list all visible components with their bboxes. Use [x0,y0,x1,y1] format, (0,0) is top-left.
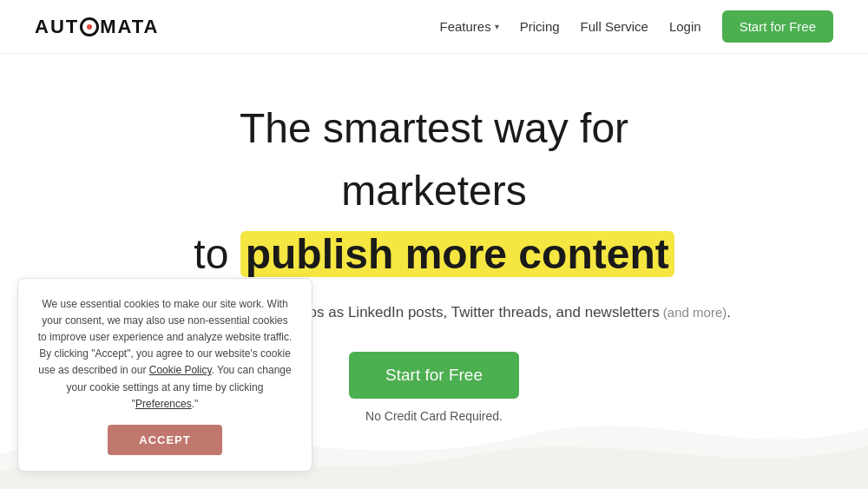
nav-start-free-button[interactable]: Start for Free [722,10,833,43]
cookie-text: We use essential cookies to make our sit… [37,296,293,413]
no-credit-card-text: No Credit Card Required. [365,409,503,423]
hero-title-line3: to publish more content [194,228,674,281]
logo-text-after: MATA [100,16,159,38]
logo-text-before: AUT [35,16,79,38]
nav-login[interactable]: Login [669,19,701,34]
hero-title-line3-prefix: to [194,231,240,277]
cookie-policy-link[interactable]: Cookie Policy [149,364,212,376]
header: AUT MATA Features ▾ Pricing Full Service… [0,0,868,54]
hero-subtitle-more: (and more) [660,305,727,320]
hero-highlight: publish more content [240,231,674,277]
hero-title-line1: The smartest way for [240,102,628,155]
hero-title-line2: marketers [341,164,526,218]
main-nav: Features ▾ Pricing Full Service Login St… [440,10,833,43]
logo-icon [80,17,99,36]
preferences-link[interactable]: Preferences [135,398,192,410]
hero-subtitle-end: . [727,304,731,320]
accept-button[interactable]: ACCEPT [108,425,221,455]
nav-full-service[interactable]: Full Service [581,19,648,34]
nav-pricing[interactable]: Pricing [520,19,560,34]
logo: AUT MATA [35,16,160,38]
nav-features[interactable]: Features ▾ [440,19,499,34]
cookie-banner: We use essential cookies to make our sit… [17,278,312,472]
chevron-down-icon: ▾ [495,22,499,31]
hero-start-free-button[interactable]: Start for Free [349,352,519,399]
